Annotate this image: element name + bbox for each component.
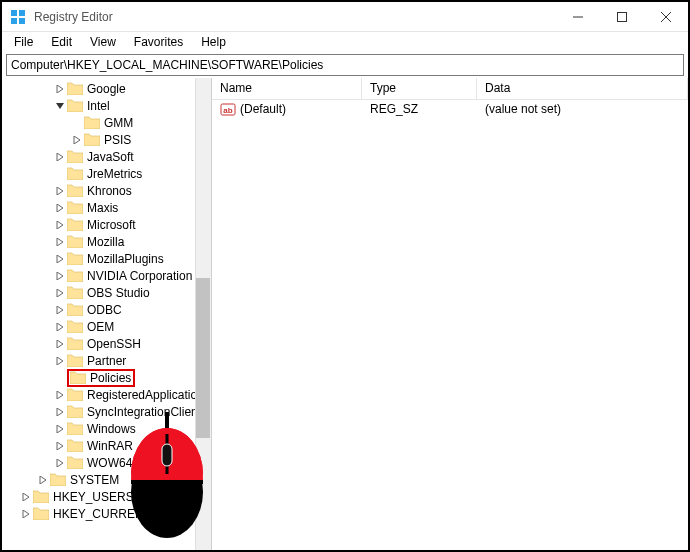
- expand-icon[interactable]: [53, 354, 67, 368]
- menu-view[interactable]: View: [82, 33, 124, 51]
- svg-rect-3: [19, 18, 25, 24]
- collapse-icon[interactable]: [53, 99, 67, 113]
- folder-icon: [67, 388, 83, 401]
- list-body[interactable]: ab (Default)REG_SZ(value not set): [212, 100, 688, 118]
- tree-item[interactable]: Microsoft: [2, 216, 211, 233]
- cell-name: ab (Default): [212, 101, 362, 117]
- tree-item[interactable]: Google: [2, 80, 211, 97]
- folder-icon: [67, 286, 83, 299]
- tree-item[interactable]: JreMetrics: [2, 165, 211, 182]
- column-header-name[interactable]: Name: [212, 78, 362, 99]
- tree-item-label: NVIDIA Corporation: [86, 269, 193, 283]
- address-bar[interactable]: Computer\HKEY_LOCAL_MACHINE\SOFTWARE\Pol…: [6, 54, 684, 76]
- list-row[interactable]: ab (Default)REG_SZ(value not set): [212, 100, 688, 118]
- svg-rect-5: [618, 12, 627, 21]
- folder-icon: [67, 82, 83, 95]
- svg-rect-1: [19, 10, 25, 16]
- tree-item[interactable]: OBS Studio: [2, 284, 211, 301]
- tree-item[interactable]: RegisteredApplications: [2, 386, 211, 403]
- tree-item-label: SyncIntegrationClient: [86, 405, 202, 419]
- highlight-box: Policies: [67, 369, 135, 387]
- tree-item[interactable]: GMM: [2, 114, 211, 131]
- title-bar: Registry Editor: [2, 2, 688, 32]
- tree-item[interactable]: ODBC: [2, 301, 211, 318]
- tree-item[interactable]: OpenSSH: [2, 335, 211, 352]
- tree-item[interactable]: SyncIntegrationClient: [2, 403, 211, 420]
- tree-scrollbar-thumb[interactable]: [196, 278, 210, 438]
- menu-favorites[interactable]: Favorites: [126, 33, 191, 51]
- menu-edit[interactable]: Edit: [43, 33, 80, 51]
- expand-icon[interactable]: [19, 507, 33, 521]
- expand-icon[interactable]: [53, 456, 67, 470]
- tree-item[interactable]: NVIDIA Corporation: [2, 267, 211, 284]
- expand-icon[interactable]: [53, 235, 67, 249]
- close-button[interactable]: [644, 2, 688, 32]
- tree-item-label: HKEY_CURRENT_CONFIG: [52, 507, 205, 521]
- tree-item-label: Google: [86, 82, 127, 96]
- folder-icon: [67, 167, 83, 180]
- expand-icon[interactable]: [53, 218, 67, 232]
- list-header: Name Type Data: [212, 78, 688, 100]
- expand-icon[interactable]: [53, 303, 67, 317]
- tree-item[interactable]: JavaSoft: [2, 148, 211, 165]
- expand-icon[interactable]: [53, 184, 67, 198]
- tree-item[interactable]: PSIS: [2, 131, 211, 148]
- tree-item-label: Windows: [86, 422, 137, 436]
- maximize-button[interactable]: [600, 2, 644, 32]
- tree-item-label: RegisteredApplications: [86, 388, 211, 402]
- expand-icon[interactable]: [53, 82, 67, 96]
- expand-icon[interactable]: [53, 388, 67, 402]
- expand-icon[interactable]: [53, 337, 67, 351]
- expand-icon[interactable]: [53, 320, 67, 334]
- tree-view[interactable]: Google Intel GMM PSIS JavaSoft JreMetric…: [2, 78, 212, 550]
- expand-icon[interactable]: [53, 150, 67, 164]
- tree-item[interactable]: Khronos: [2, 182, 211, 199]
- tree-item[interactable]: OEM: [2, 318, 211, 335]
- app-icon: [10, 9, 26, 25]
- expand-icon[interactable]: [53, 252, 67, 266]
- folder-icon: [67, 337, 83, 350]
- menu-file[interactable]: File: [6, 33, 41, 51]
- svg-rect-0: [11, 10, 17, 16]
- folder-icon: [67, 235, 83, 248]
- tree-item[interactable]: HKEY_CURRENT_CONFIG: [2, 505, 211, 522]
- menu-help[interactable]: Help: [193, 33, 234, 51]
- tree-item[interactable]: Mozilla: [2, 233, 211, 250]
- tree-item[interactable]: Partner: [2, 352, 211, 369]
- expand-icon[interactable]: [70, 133, 84, 147]
- expand-icon[interactable]: [53, 269, 67, 283]
- tree-item[interactable]: SYSTEM: [2, 471, 211, 488]
- expand-icon[interactable]: [53, 422, 67, 436]
- svg-rect-2: [11, 18, 17, 24]
- expand-icon[interactable]: [19, 490, 33, 504]
- tree-item-label: Microsoft: [86, 218, 137, 232]
- tree-item[interactable]: Policies: [2, 369, 211, 386]
- tree-item[interactable]: HKEY_USERS: [2, 488, 211, 505]
- cell-type: REG_SZ: [362, 102, 477, 116]
- column-header-type[interactable]: Type: [362, 78, 477, 99]
- content-area: Google Intel GMM PSIS JavaSoft JreMetric…: [2, 78, 688, 550]
- svg-text:ab: ab: [223, 106, 232, 115]
- tree-item-label: SYSTEM: [69, 473, 120, 487]
- column-header-data[interactable]: Data: [477, 78, 688, 99]
- expand-icon[interactable]: [53, 405, 67, 419]
- tree-scrollbar-track[interactable]: [195, 78, 211, 550]
- minimize-button[interactable]: [556, 2, 600, 32]
- tree-item[interactable]: Maxis: [2, 199, 211, 216]
- expand-icon[interactable]: [53, 286, 67, 300]
- tree-item-label: ODBC: [86, 303, 123, 317]
- tree-item[interactable]: Windows: [2, 420, 211, 437]
- string-value-icon: ab: [220, 101, 236, 117]
- folder-icon: [67, 405, 83, 418]
- expand-icon[interactable]: [53, 201, 67, 215]
- tree-item[interactable]: WOW6432Node: [2, 454, 211, 471]
- tree-item[interactable]: Intel: [2, 97, 211, 114]
- tree-item-label: Policies: [89, 371, 132, 385]
- expand-icon[interactable]: [53, 439, 67, 453]
- folder-icon: [67, 218, 83, 231]
- tree-item[interactable]: MozillaPlugins: [2, 250, 211, 267]
- tree-item-label: MozillaPlugins: [86, 252, 165, 266]
- tree-item[interactable]: WinRAR: [2, 437, 211, 454]
- menu-bar: File Edit View Favorites Help: [2, 32, 688, 52]
- expand-icon[interactable]: [36, 473, 50, 487]
